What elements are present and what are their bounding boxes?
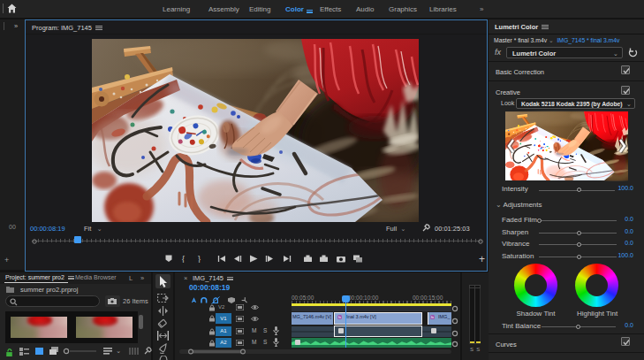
- svg-text:{: {: [182, 255, 185, 263]
- svg-text:}: }: [198, 255, 201, 263]
